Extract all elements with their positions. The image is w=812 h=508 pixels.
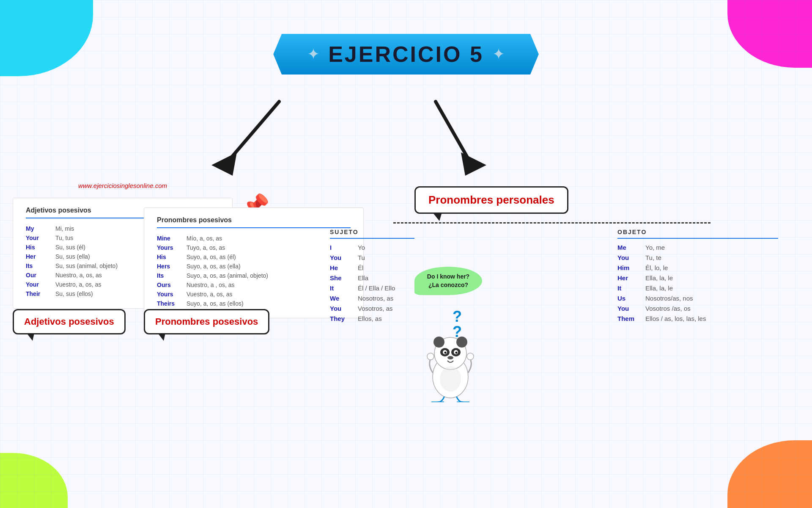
adj-spa: Su, sus (ella) [55, 253, 90, 260]
table-row: ItsSuyo, a, os, as (animal, objeto) [157, 272, 351, 279]
objeto-rows: MeYo, meYouTu, teHimÉl, lo, leHerElla, l… [617, 244, 778, 322]
sujeto-spa: Tu [358, 254, 365, 261]
speech-bubble-pron: Pronombres posesivos [144, 309, 269, 334]
objeto-eng: Them [617, 315, 639, 322]
svg-point-15 [427, 353, 434, 360]
adj-eng: Their [26, 290, 47, 297]
pp-eng: Its [157, 272, 178, 279]
svg-point-14 [447, 356, 453, 359]
pp-eng: Hers [157, 263, 178, 270]
objeto-header: OBJETO [617, 229, 778, 235]
table-row: HersSuyo, a, os, as (ella) [157, 263, 351, 270]
objeto-row: ItElla, la, le [617, 284, 778, 292]
sujeto-eng: She [330, 274, 351, 282]
svg-point-13 [455, 352, 458, 354]
table-row: YoursTuyo, a, os, as [157, 244, 351, 251]
table-row: HisSuyo, a, os, as (él) [157, 254, 351, 260]
adj-eng: Your [26, 235, 47, 241]
sujeto-divider [330, 238, 414, 239]
star-right-icon: ✦ [492, 45, 505, 63]
sujeto-row: TheyEllos, as [330, 315, 414, 322]
table-row: YoursVuestro, a, os, as [157, 291, 351, 298]
pp-eng: Ours [157, 282, 178, 288]
bubble-pron-text: Pronombres posesivos [155, 316, 258, 327]
objeto-spa: Ella, la, le [645, 274, 673, 282]
objeto-eng: Him [617, 264, 639, 271]
objeto-eng: Me [617, 244, 639, 251]
know-bubble: Do I know her? ¿La conozco? [414, 267, 482, 295]
adj-spa: Su, sus (animal, objeto) [55, 262, 118, 269]
pp-eng: Yours [157, 291, 178, 298]
svg-point-6 [433, 337, 444, 348]
table-row: MineMío, a, os, as [157, 235, 351, 242]
objeto-spa: Nosotros/as, nos [645, 295, 693, 302]
sujeto-header: SUJETO [330, 229, 414, 235]
sujeto-spa: Ellos, as [358, 315, 382, 322]
pp-spa: Vuestro, a, os, as [187, 291, 232, 298]
sujeto-spa: Él / Ella / Ello [358, 284, 395, 292]
bubble-adjetivos: Adjetivos posesivos [13, 309, 126, 334]
speech-bubble-adj: Adjetivos posesivos [13, 309, 126, 334]
adj-eng: Our [26, 272, 47, 279]
objeto-eng: Her [617, 274, 639, 282]
objeto-eng: You [617, 305, 639, 312]
adj-spa: Tu, tus [55, 235, 73, 241]
objeto-row: MeYo, me [617, 244, 778, 251]
pronouns-section: SUJETO IYoYouTuHeÉlSheEllaItÉl / Ella / … [330, 229, 795, 325]
objeto-divider [617, 238, 778, 239]
pronombres-posesivos-divider [157, 227, 351, 228]
bubble-adj-text: Adjetivos posesivos [24, 316, 114, 327]
adj-eng: My [26, 225, 47, 232]
title-banner: ✦ EJERCICIO 5 ✦ [273, 34, 539, 75]
sujeto-row: ItÉl / Ella / Ello [330, 284, 414, 292]
pp-spa: Suyo, a, os, as (ella) [187, 263, 241, 270]
objeto-spa: Él, lo, le [645, 264, 668, 271]
svg-line-0 [228, 102, 279, 161]
adj-eng: Her [26, 253, 47, 260]
pp-bubble-text: Pronombres personales [428, 193, 554, 206]
sujeto-column: SUJETO IYoYouTuHeÉlSheEllaItÉl / Ella / … [330, 229, 414, 325]
sujeto-row: HeÉl [330, 264, 414, 271]
bubble-pronombres: Pronombres posesivos [144, 309, 269, 334]
objeto-spa: Ella, la, le [645, 284, 673, 292]
pp-spa: Suyo, a, os, as (él) [187, 254, 236, 260]
sujeto-rows: IYoYouTuHeÉlSheEllaItÉl / Ella / ElloWeN… [330, 244, 414, 322]
page-title: EJERCICIO 5 [328, 41, 484, 67]
objeto-spa: Tu, te [645, 254, 661, 261]
sujeto-row: SheElla [330, 274, 414, 282]
panda-character [423, 318, 478, 385]
adj-spa: Vuestro, a, os, as [55, 281, 101, 288]
sujeto-eng: You [330, 305, 351, 312]
pp-bubble: Pronombres personales [414, 186, 568, 214]
sujeto-eng: We [330, 295, 351, 302]
objeto-spa: Ellos / as, los, las, les [645, 315, 706, 322]
dotted-line [393, 222, 710, 224]
pp-eng: Theirs [157, 300, 178, 307]
sujeto-row: WeNosotros, as [330, 295, 414, 302]
objeto-spa: Vosotros /as, os [645, 305, 691, 312]
pronombres-posesivos-title: Pronombres posesivos [157, 216, 351, 224]
svg-marker-1 [211, 152, 237, 176]
pp-eng: Yours [157, 244, 178, 251]
objeto-row: HimÉl, lo, le [617, 264, 778, 271]
pp-eng: Mine [157, 235, 178, 242]
pp-spa: Suyo, a, os, as (ellos) [187, 300, 244, 307]
arrow-left [203, 93, 288, 178]
adj-eng: His [26, 244, 47, 251]
objeto-column: OBJETO MeYo, meYouTu, teHimÉl, lo, leHer… [617, 229, 778, 325]
svg-point-19 [440, 366, 461, 392]
objeto-row: HerElla, la, le [617, 274, 778, 282]
sujeto-eng: He [330, 264, 351, 271]
adj-eng: Your [26, 281, 47, 288]
objeto-spa: Yo, me [645, 244, 665, 251]
sujeto-eng: You [330, 254, 351, 261]
pronombres-posesivos-rows: MineMío, a, os, asYoursTuyo, a, os, asHi… [157, 235, 351, 307]
table-row: OursNuestro, a , os, as [157, 282, 351, 288]
objeto-eng: Us [617, 295, 639, 302]
pp-eng: His [157, 254, 178, 260]
objeto-row: UsNosotros/as, nos [617, 295, 778, 302]
pp-spa: Tuyo, a, os, as [187, 244, 225, 251]
sujeto-row: IYo [330, 244, 414, 251]
svg-marker-3 [461, 152, 486, 176]
adj-spa: Mi, mis [55, 225, 74, 232]
